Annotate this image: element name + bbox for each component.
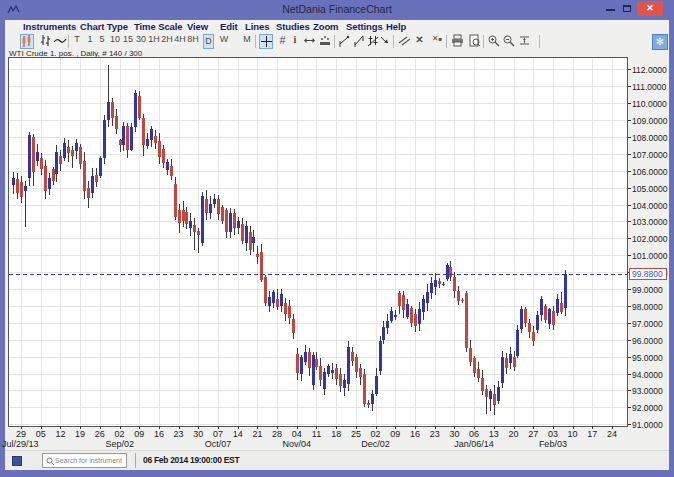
svg-text:07: 07 (213, 429, 223, 439)
svg-text:99.8800: 99.8800 (632, 269, 663, 279)
svg-text:09: 09 (390, 429, 400, 439)
svg-text:107.0000: 107.0000 (632, 150, 668, 160)
svg-text:19: 19 (75, 429, 85, 439)
svg-text:26: 26 (95, 429, 105, 439)
svg-text:23: 23 (174, 429, 184, 439)
svg-text:112.0000: 112.0000 (632, 65, 667, 75)
svg-text:28: 28 (272, 429, 282, 439)
svg-text:Oct/07: Oct/07 (205, 439, 232, 449)
svg-text:29: 29 (16, 429, 26, 439)
svg-text:Feb/03: Feb/03 (539, 439, 567, 449)
svg-text:03: 03 (548, 429, 558, 439)
svg-text:103.0000: 103.0000 (632, 217, 668, 227)
svg-text:94.0000: 94.0000 (632, 370, 663, 380)
svg-text:30: 30 (449, 429, 459, 439)
svg-text:98.0000: 98.0000 (632, 302, 663, 312)
svg-text:106.0000: 106.0000 (632, 167, 668, 177)
svg-text:105.0000: 105.0000 (632, 184, 668, 194)
svg-text:12: 12 (55, 429, 65, 439)
svg-text:24: 24 (607, 429, 617, 439)
svg-text:111.0000: 111.0000 (632, 82, 666, 92)
svg-text:Jan/06/14: Jan/06/14 (454, 439, 494, 449)
svg-text:Jul/29/13: Jul/29/13 (2, 439, 39, 449)
svg-text:110.0000: 110.0000 (632, 99, 667, 109)
svg-text:97.0000: 97.0000 (632, 319, 663, 329)
svg-text:23: 23 (430, 429, 440, 439)
svg-text:17: 17 (587, 429, 597, 439)
svg-text:Nov/04: Nov/04 (283, 439, 312, 449)
svg-text:02: 02 (114, 429, 124, 439)
svg-text:16: 16 (154, 429, 164, 439)
svg-text:16: 16 (410, 429, 420, 439)
svg-text:25: 25 (351, 429, 361, 439)
svg-text:Sep/02: Sep/02 (106, 439, 135, 449)
svg-text:04: 04 (292, 429, 302, 439)
svg-text:Dec/02: Dec/02 (361, 439, 390, 449)
svg-text:27: 27 (528, 429, 538, 439)
svg-text:11: 11 (312, 429, 321, 439)
svg-text:93.0000: 93.0000 (632, 386, 663, 396)
svg-text:108.0000: 108.0000 (632, 133, 668, 143)
svg-text:91.0000: 91.0000 (632, 420, 663, 430)
svg-text:92.0000: 92.0000 (632, 403, 663, 413)
svg-text:109.0000: 109.0000 (632, 116, 668, 126)
svg-text:14: 14 (233, 429, 243, 439)
svg-text:13: 13 (489, 429, 499, 439)
svg-text:104.0000: 104.0000 (632, 201, 668, 211)
svg-text:05: 05 (36, 429, 46, 439)
svg-text:101.0000: 101.0000 (632, 251, 668, 261)
svg-text:06: 06 (469, 429, 479, 439)
svg-text:09: 09 (134, 429, 144, 439)
svg-text:102.0000: 102.0000 (632, 234, 668, 244)
svg-text:10: 10 (568, 429, 578, 439)
svg-text:30: 30 (193, 429, 203, 439)
svg-text:02: 02 (371, 429, 381, 439)
svg-text:96.0000: 96.0000 (632, 336, 663, 346)
svg-text:99.0000: 99.0000 (632, 285, 663, 295)
svg-text:20: 20 (508, 429, 518, 439)
svg-text:18: 18 (331, 429, 341, 439)
svg-text:95.0000: 95.0000 (632, 353, 663, 363)
svg-text:21: 21 (252, 429, 262, 439)
